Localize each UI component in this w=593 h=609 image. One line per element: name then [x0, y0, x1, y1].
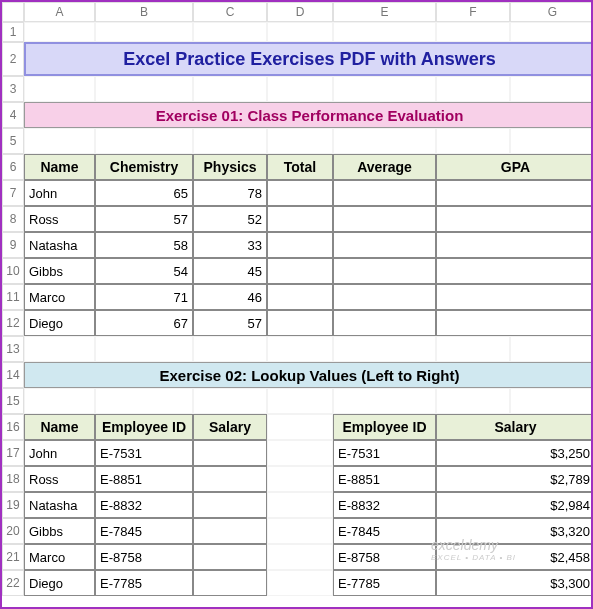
cell-C1[interactable]: [193, 22, 267, 42]
table1-header-total: Total: [267, 154, 333, 180]
cell-A1[interactable]: [24, 22, 95, 42]
row-header-6[interactable]: 6: [2, 154, 24, 180]
cell-G15[interactable]: [510, 388, 593, 414]
cell-E1[interactable]: [333, 22, 436, 42]
table2b-sal: $3,320: [436, 518, 593, 544]
cell-A3[interactable]: [24, 76, 95, 102]
cell-B1[interactable]: [95, 22, 193, 42]
cell-G5[interactable]: [510, 128, 593, 154]
cell-A15[interactable]: [24, 388, 95, 414]
table2b-sal: $2,789: [436, 466, 593, 492]
row-header-16[interactable]: 16: [2, 414, 24, 440]
table2a-sal: [193, 492, 267, 518]
cell-F13[interactable]: [436, 336, 510, 362]
cell-C13[interactable]: [193, 336, 267, 362]
table2a-name: Gibbs: [24, 518, 95, 544]
row-header-8[interactable]: 8: [2, 206, 24, 232]
exercise-1-title: Exercise 01: Class Performance Evaluatio…: [24, 102, 593, 128]
table2b-id: E-7785: [333, 570, 436, 596]
cell-D13[interactable]: [267, 336, 333, 362]
cell-A5[interactable]: [24, 128, 95, 154]
row-header-19[interactable]: 19: [2, 492, 24, 518]
table1-gpa: [436, 310, 593, 336]
table1-gpa: [436, 232, 593, 258]
table2a-sal: [193, 518, 267, 544]
column-header-G[interactable]: G: [510, 2, 593, 22]
column-header-F[interactable]: F: [436, 2, 510, 22]
row-header-9[interactable]: 9: [2, 232, 24, 258]
cell-D21[interactable]: [267, 544, 333, 570]
table1-phys: 78: [193, 180, 267, 206]
cell-D5[interactable]: [267, 128, 333, 154]
column-header-D[interactable]: D: [267, 2, 333, 22]
table1-avg: [333, 310, 436, 336]
cell-C3[interactable]: [193, 76, 267, 102]
table2a-id: E-7845: [95, 518, 193, 544]
row-header-22[interactable]: 22: [2, 570, 24, 596]
cell-F3[interactable]: [436, 76, 510, 102]
cell-G1[interactable]: [510, 22, 593, 42]
column-header-corner[interactable]: [2, 2, 24, 22]
cell-G13[interactable]: [510, 336, 593, 362]
cell-E5[interactable]: [333, 128, 436, 154]
cell-C15[interactable]: [193, 388, 267, 414]
table1-chem: 54: [95, 258, 193, 284]
cell-B3[interactable]: [95, 76, 193, 102]
table1-name: John: [24, 180, 95, 206]
table2a-sal: [193, 440, 267, 466]
table2b-sal: $3,300: [436, 570, 593, 596]
column-header-C[interactable]: C: [193, 2, 267, 22]
cell-D16[interactable]: [267, 414, 333, 440]
cell-B15[interactable]: [95, 388, 193, 414]
cell-F5[interactable]: [436, 128, 510, 154]
table2a-header: Employee ID: [95, 414, 193, 440]
row-header-11[interactable]: 11: [2, 284, 24, 310]
row-header-10[interactable]: 10: [2, 258, 24, 284]
cell-D18[interactable]: [267, 466, 333, 492]
table2b-id: E-8758: [333, 544, 436, 570]
cell-D20[interactable]: [267, 518, 333, 544]
table2a-sal: [193, 544, 267, 570]
cell-A13[interactable]: [24, 336, 95, 362]
cell-D3[interactable]: [267, 76, 333, 102]
column-header-B[interactable]: B: [95, 2, 193, 22]
table1-chem: 57: [95, 206, 193, 232]
row-header-15[interactable]: 15: [2, 388, 24, 414]
cell-B13[interactable]: [95, 336, 193, 362]
table1-phys: 46: [193, 284, 267, 310]
table1-avg: [333, 284, 436, 310]
row-header-12[interactable]: 12: [2, 310, 24, 336]
cell-F15[interactable]: [436, 388, 510, 414]
row-header-3[interactable]: 3: [2, 76, 24, 102]
row-header-4[interactable]: 4: [2, 102, 24, 128]
row-header-20[interactable]: 20: [2, 518, 24, 544]
cell-D22[interactable]: [267, 570, 333, 596]
cell-F1[interactable]: [436, 22, 510, 42]
row-header-2[interactable]: 2: [2, 42, 24, 76]
cell-D19[interactable]: [267, 492, 333, 518]
row-header-18[interactable]: 18: [2, 466, 24, 492]
cell-D1[interactable]: [267, 22, 333, 42]
cell-E13[interactable]: [333, 336, 436, 362]
table2a-sal: [193, 466, 267, 492]
cell-D17[interactable]: [267, 440, 333, 466]
row-header-14[interactable]: 14: [2, 362, 24, 388]
table1-header-gpa: GPA: [436, 154, 593, 180]
row-header-7[interactable]: 7: [2, 180, 24, 206]
column-header-E[interactable]: E: [333, 2, 436, 22]
cell-B5[interactable]: [95, 128, 193, 154]
cell-D15[interactable]: [267, 388, 333, 414]
table2b-sal: $2,458: [436, 544, 593, 570]
cell-G3[interactable]: [510, 76, 593, 102]
column-header-A[interactable]: A: [24, 2, 95, 22]
row-header-5[interactable]: 5: [2, 128, 24, 154]
row-header-17[interactable]: 17: [2, 440, 24, 466]
cell-C5[interactable]: [193, 128, 267, 154]
row-header-1[interactable]: 1: [2, 22, 24, 42]
table1-chem: 65: [95, 180, 193, 206]
row-header-21[interactable]: 21: [2, 544, 24, 570]
table2b-sal: $2,984: [436, 492, 593, 518]
cell-E15[interactable]: [333, 388, 436, 414]
cell-E3[interactable]: [333, 76, 436, 102]
row-header-13[interactable]: 13: [2, 336, 24, 362]
